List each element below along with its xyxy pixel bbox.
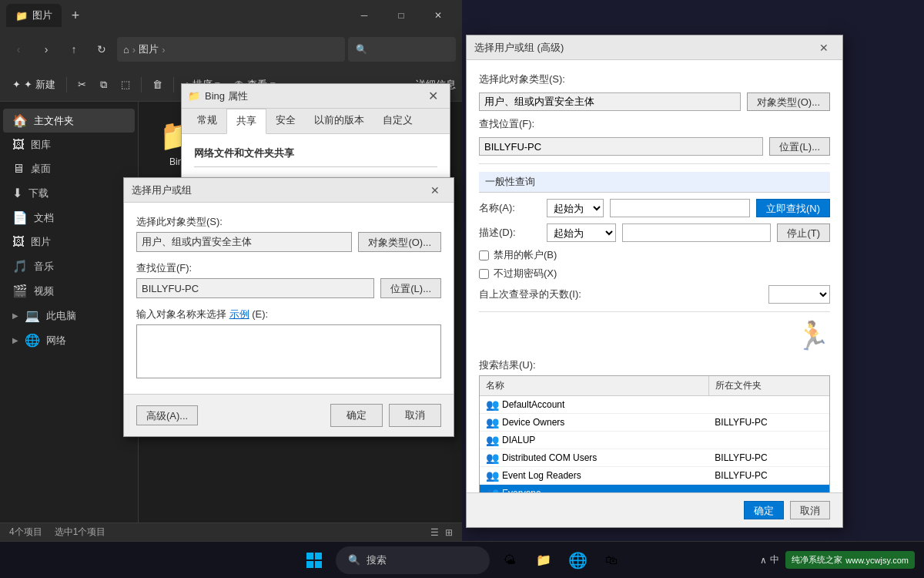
adv-sep2: [479, 311, 830, 312]
results-row[interactable]: 👥 DIALUP: [480, 432, 829, 449]
adv-days-select[interactable]: [768, 285, 830, 304]
folder-tab-icon: 📁: [15, 10, 28, 22]
adv-search-icon-area: 🏃: [479, 320, 830, 352]
cut-btn[interactable]: ✂: [72, 72, 92, 97]
adv-desc-condition[interactable]: 起始为: [547, 223, 616, 242]
adv-results-list[interactable]: 名称 所在文件夹 👥 DefaultAccount 👥 Device Owner…: [479, 375, 830, 492]
adv-disabled-checkbox[interactable]: [479, 250, 489, 260]
nav-search-icon: 🔍: [356, 44, 367, 55]
tab-previous-versions[interactable]: 以前的版本: [305, 109, 373, 133]
sidebar-item-videos[interactable]: 🎬 视频: [3, 279, 135, 303]
adv-name-condition[interactable]: 起始为: [547, 199, 604, 217]
result-user-icon: 👥: [486, 416, 499, 428]
adv-desc-input[interactable]: [622, 223, 771, 242]
results-row[interactable]: 👥 Device Owners BILLYFU-PC: [480, 414, 829, 432]
adv-location-btn[interactable]: 位置(L)...: [769, 137, 830, 156]
tab-customize[interactable]: 自定义: [373, 109, 422, 133]
paste-btn[interactable]: ⬚: [115, 72, 136, 97]
desktop-icon: 🖥: [12, 162, 25, 176]
up-btn[interactable]: ↑: [62, 37, 86, 62]
adv-days-label: 自上次查登录的天数(I):: [479, 287, 765, 301]
maximize-btn[interactable]: □: [383, 3, 419, 28]
list-view-icon[interactable]: ☰: [430, 527, 439, 538]
adv-close-btn[interactable]: ✕: [813, 39, 835, 57]
delete-btn[interactable]: 🗑: [146, 72, 169, 97]
adv-cancel-btn[interactable]: 取消: [790, 501, 830, 519]
tray-lang[interactable]: 中: [770, 553, 779, 566]
adv-stop-btn[interactable]: 停止(T): [777, 223, 830, 242]
sidebar-item-pictures[interactable]: 🖼 图片: [3, 230, 135, 254]
result-location-cell: BILLYFU-PC: [708, 415, 829, 430]
taskbar-icon-edge[interactable]: 🌐: [564, 546, 591, 574]
grid-view-icon[interactable]: ⊞: [445, 527, 453, 538]
su-enter-label: 输入对象名称来选择 示例 (E):: [136, 307, 441, 321]
sidebar-item-thispc[interactable]: ▶ 💻 此电脑: [3, 304, 135, 328]
results-col-name[interactable]: 名称: [480, 376, 709, 395]
sidebar-item-home[interactable]: 🏠 主文件夹: [3, 109, 135, 133]
su-cancel-btn[interactable]: 取消: [389, 404, 441, 427]
results-row[interactable]: 👥 DefaultAccount: [480, 396, 829, 414]
taskbar: 🔍 搜索 🌤 📁 🌐 🛍 ∧ 中 纯净系统之家 www.ycwjsy.com: [0, 541, 924, 578]
taskbar-search[interactable]: 🔍 搜索: [336, 546, 490, 574]
su-advanced-btn[interactable]: 高级(A)...: [136, 405, 198, 425]
sidebar-item-network[interactable]: ▶ 🌐 网络: [3, 328, 135, 352]
breadcrumb-item-pictures[interactable]: 图片: [139, 42, 159, 56]
minimize-btn[interactable]: ─: [346, 3, 382, 28]
sidebar-item-documents[interactable]: 📄 文档: [3, 206, 135, 230]
adv-find-now-btn[interactable]: 立即查找(N): [756, 199, 830, 217]
su-object-type-input[interactable]: [136, 232, 352, 252]
music-icon: 🎵: [12, 259, 28, 274]
explorer-tab[interactable]: 📁 图片: [6, 4, 62, 27]
su-location-input[interactable]: [136, 278, 374, 298]
start-btn[interactable]: [299, 545, 330, 576]
adv-noexpire-checkbox[interactable]: [479, 269, 489, 279]
su-names-input[interactable]: [136, 324, 441, 378]
tab-general[interactable]: 常规: [188, 109, 226, 133]
refresh-btn[interactable]: ↻: [89, 37, 114, 62]
new-btn[interactable]: ✦ ✦ 新建: [6, 72, 62, 97]
sidebar-label-desktop: 桌面: [31, 162, 51, 176]
adv-object-type-input[interactable]: [479, 92, 741, 111]
breadcrumb-item-home[interactable]: ⌂: [123, 44, 129, 55]
su-object-type-label: 选择此对象类型(S):: [136, 215, 441, 229]
result-location-cell: BILLYFU-PC: [708, 468, 829, 483]
adv-ok-btn[interactable]: 确定: [744, 501, 784, 519]
taskbar-icon-widgets[interactable]: 🌤: [496, 546, 524, 574]
su-footer-btns: 确定 取消: [330, 404, 441, 427]
adv-noexpire-label: 不过期密码(X): [494, 267, 557, 281]
back-btn[interactable]: ‹: [6, 37, 31, 62]
results-col-location[interactable]: 所在文件夹: [709, 376, 829, 395]
taskbar-icon-store[interactable]: 🛍: [598, 546, 625, 574]
nav-search[interactable]: 🔍: [348, 37, 456, 62]
su-ok-btn[interactable]: 确定: [330, 404, 383, 427]
downloads-icon: ⬇: [12, 186, 22, 200]
su-object-type-btn[interactable]: 对象类型(O)...: [358, 232, 441, 252]
adv-content: 选择此对象类型(S): 对象类型(O)... 查找位置(F): 位置(L)...…: [467, 60, 842, 492]
results-row[interactable]: 👥 Everyone: [480, 485, 829, 492]
su-example-link[interactable]: 示例: [229, 308, 249, 320]
adv-name-input[interactable]: [610, 199, 750, 217]
sidebar-item-gallery[interactable]: 🖼 图库: [3, 133, 135, 156]
result-name: Device Owners: [502, 417, 564, 428]
su-close-btn[interactable]: ✕: [424, 181, 446, 200]
breadcrumb-bar[interactable]: ⌂ › 图片 ›: [117, 37, 345, 62]
new-tab-btn[interactable]: +: [65, 5, 86, 26]
tab-security[interactable]: 安全: [266, 109, 305, 133]
network-icon: 🌐: [25, 333, 40, 348]
results-row[interactable]: 👥 Distributed COM Users BILLYFU-PC: [480, 449, 829, 467]
close-btn[interactable]: ✕: [420, 3, 456, 28]
su-location-btn[interactable]: 位置(L)...: [380, 278, 441, 298]
adv-sep1: [479, 163, 830, 164]
sidebar-item-downloads[interactable]: ⬇ 下载: [3, 181, 135, 205]
adv-location-input[interactable]: [479, 137, 763, 156]
sidebar-item-music[interactable]: 🎵 音乐: [3, 254, 135, 278]
adv-object-type-btn[interactable]: 对象类型(O)...: [747, 92, 830, 111]
tab-share[interactable]: 共享: [226, 109, 266, 134]
taskbar-icon-explorer[interactable]: 📁: [530, 546, 557, 574]
results-row[interactable]: 👥 Event Log Readers BILLYFU-PC: [480, 467, 829, 485]
bing-dialog-close[interactable]: ✕: [422, 87, 444, 106]
copy-btn[interactable]: ⧉: [94, 72, 113, 97]
forward-btn[interactable]: ›: [34, 37, 59, 62]
result-name-cell: 👥 Everyone: [480, 485, 708, 492]
sidebar-item-desktop[interactable]: 🖥 桌面: [3, 157, 135, 180]
